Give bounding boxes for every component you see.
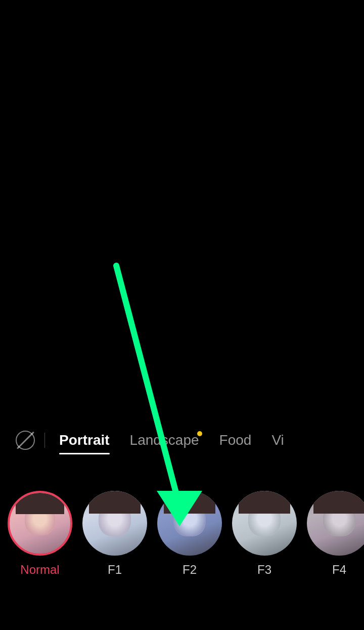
filter-f4-thumb xyxy=(307,491,364,556)
no-filter-icon xyxy=(16,431,35,450)
filter-normal[interactable]: Normal xyxy=(8,491,72,577)
filter-f2-label: F2 xyxy=(183,563,197,577)
category-bar: Portrait Landscape Food Vi xyxy=(0,420,364,460)
filter-f4[interactable]: F4 xyxy=(307,491,364,577)
landscape-dot xyxy=(197,431,202,436)
no-filter-button[interactable] xyxy=(10,431,40,450)
landscape-label: Landscape xyxy=(130,432,199,448)
filter-normal-label: Normal xyxy=(20,563,59,577)
filter-f1-label: F1 xyxy=(108,563,122,577)
filter-f3-label: F3 xyxy=(257,563,271,577)
filter-f3[interactable]: F3 xyxy=(232,491,297,577)
food-label: Food xyxy=(219,432,252,448)
camera-viewfinder xyxy=(0,0,364,455)
category-landscape[interactable]: Landscape xyxy=(120,428,209,452)
filter-f1-thumb xyxy=(82,491,147,556)
portrait-label: Portrait xyxy=(59,432,110,448)
category-divider xyxy=(44,433,45,448)
category-video[interactable]: Vi xyxy=(261,428,294,452)
category-food[interactable]: Food xyxy=(209,428,262,452)
bottom-bar xyxy=(0,600,364,630)
category-portrait[interactable]: Portrait xyxy=(49,428,120,452)
filter-f1[interactable]: F1 xyxy=(82,491,147,577)
filter-f3-thumb xyxy=(232,491,297,556)
filter-f2[interactable]: F2 xyxy=(157,491,222,577)
video-label: Vi xyxy=(271,432,284,448)
filter-f4-label: F4 xyxy=(332,563,346,577)
filter-strip: Normal F1 F2 F3 F4 xyxy=(0,468,364,600)
filter-f2-thumb xyxy=(157,491,222,556)
filter-normal-thumb xyxy=(8,491,72,556)
